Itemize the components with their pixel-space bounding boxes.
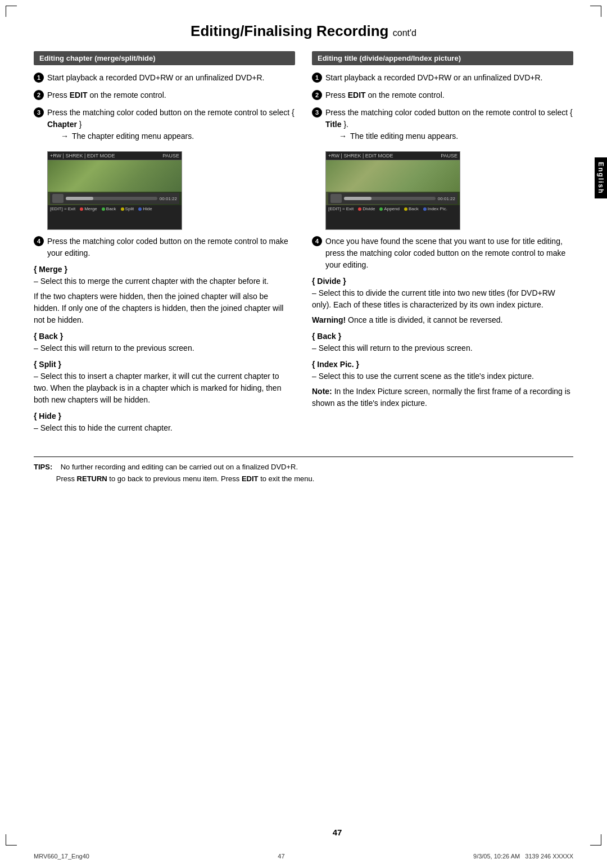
- left-step-3: 3 Press the matching color coded button …: [34, 107, 295, 146]
- left-step-content-1: Start playback a recorded DVD+RW or an u…: [47, 72, 295, 84]
- right-back-title: { Back }: [312, 332, 573, 341]
- left-step-content-3: Press the matching color coded button on…: [47, 107, 295, 146]
- left-back-text: – Select this will return to the previou…: [34, 342, 295, 354]
- split-section: { Split } – Select this to insert a chap…: [34, 360, 295, 406]
- screen-image-2: +RW | SHREK | EDIT MODE PAUSE 00:01:22: [325, 151, 460, 230]
- right-step-content-2: Press EDIT on the remote control.: [325, 89, 573, 101]
- right-step-content-1: Start playback a recorded DVD+RW or an u…: [325, 72, 573, 84]
- index-pic-section: { Index Pic. } – Select this to use the …: [312, 360, 573, 409]
- content-columns: Editing chapter (merge/split/hide) 1 Sta…: [34, 51, 573, 440]
- tips-label: TIPS:: [34, 463, 52, 471]
- right-step-3: 3 Press the matching color coded button …: [312, 107, 573, 146]
- tips-text1: No further recording and editing can be …: [61, 463, 298, 471]
- right-back-text: – Select this will return to the previou…: [312, 342, 573, 354]
- merge-section: { Merge } – Select this to merge the cur…: [34, 265, 295, 326]
- right-step-num-2: 2: [312, 90, 322, 100]
- merge-text1: – Select this to merge the current chapt…: [34, 275, 295, 287]
- screen2-top-bar: +RW | SHREK | EDIT MODE PAUSE: [326, 152, 460, 160]
- hide-section: { Hide } – Select this to hide the curre…: [34, 412, 295, 434]
- screen1-controls: 00:01:22: [50, 193, 179, 204]
- split-title: { Split }: [34, 360, 295, 369]
- main-title: Editing/Finalising Recording cont'd: [34, 22, 573, 40]
- right-column: Editing title (divide/append/Index pictu…: [312, 51, 573, 415]
- screen-image-1: +RW | SHREK | EDIT MODE PAUSE 00:01:22: [47, 151, 182, 230]
- screen2-progress-fill: [344, 197, 372, 200]
- left-step-content-4: Press the matching color coded button on…: [47, 236, 295, 259]
- screen1-ctrl-icon: [52, 194, 64, 203]
- screen1-top-bar: +RW | SHREK | EDIT MODE PAUSE: [48, 152, 182, 160]
- tips-section: TIPS: No further recording and editing c…: [34, 456, 573, 485]
- split-text: – Select this to insert a chapter marker…: [34, 370, 295, 406]
- left-step-content-2: Press EDIT on the remote control.: [47, 89, 295, 101]
- divide-text: – Select this to divide the current titl…: [312, 287, 573, 311]
- tips-text2: Press RETURN to go back to previous menu…: [56, 474, 315, 483]
- screen2-video: 00:01:22: [326, 160, 460, 205]
- right-step-num-4: 4: [312, 236, 322, 246]
- right-step3-arrow: The title editing menu appears.: [339, 130, 573, 142]
- screen1-progress-fill: [66, 197, 93, 200]
- right-step-num-3: 3: [312, 107, 322, 117]
- screen1-bottom-bar: [EDIT] = Exit Merge Back Split Hide: [48, 205, 182, 213]
- screen1-video: 00:01:22: [48, 160, 182, 205]
- merge-text2: If the two chapters were hidden, then th…: [34, 291, 295, 326]
- divide-section: { Divide } – Select this to divide the c…: [312, 277, 573, 326]
- left-step-num-4: 4: [34, 236, 44, 246]
- left-section-header: Editing chapter (merge/split/hide): [34, 51, 295, 65]
- screen1-progress: [66, 197, 157, 200]
- divide-title: { Divide }: [312, 277, 573, 286]
- left-step-num-2: 2: [34, 90, 44, 100]
- footer: MRV660_17_Eng40 47 9/3/05, 10:26 AM 3139…: [34, 853, 573, 860]
- left-column: Editing chapter (merge/split/hide) 1 Sta…: [34, 51, 295, 440]
- footer-left: MRV660_17_Eng40: [34, 853, 89, 860]
- index-pic-title: { Index Pic. }: [312, 360, 573, 369]
- left-step-4: 4 Press the matching color coded button …: [34, 236, 295, 259]
- hide-text: – Select this to hide the current chapte…: [34, 422, 295, 434]
- footer-center: 47: [278, 853, 284, 860]
- right-step-content-3: Press the matching color coded button on…: [325, 107, 573, 146]
- left-step-num-1: 1: [34, 73, 44, 83]
- hide-title: { Hide }: [34, 412, 295, 421]
- screen2-bottom-bar: [EDIT] = Exit Divide Append Back Index P…: [326, 205, 460, 213]
- note-text: Note: In the Index Picture screen, norma…: [312, 386, 573, 409]
- left-step-2: 2 Press EDIT on the remote control.: [34, 89, 295, 101]
- screen2-progress: [344, 197, 436, 200]
- left-step-1: 1 Start playback a recorded DVD+RW or an…: [34, 72, 295, 84]
- index-pic-text: – Select this to use the current scene a…: [312, 370, 573, 382]
- right-step-4: 4 Once you have found the scene that you…: [312, 236, 573, 271]
- page-number: 47: [34, 828, 607, 837]
- left-step-num-3: 3: [34, 107, 44, 117]
- left-back-title: { Back }: [34, 332, 295, 341]
- divide-warning: Warning! Once a title is divided, it can…: [312, 314, 573, 326]
- screen2-ctrl-icon: [330, 194, 342, 203]
- left-back-section: { Back } – Select this will return to th…: [34, 332, 295, 354]
- footer-right: 9/3/05, 10:26 AM 3139 246 XXXXX: [473, 853, 573, 860]
- right-back-section: { Back } – Select this will return to th…: [312, 332, 573, 354]
- right-step-num-1: 1: [312, 73, 322, 83]
- right-step-2: 2 Press EDIT on the remote control.: [312, 89, 573, 101]
- left-step3-arrow: The chapter editing menu appears.: [61, 130, 295, 142]
- right-step-content-4: Once you have found the scene that you w…: [325, 236, 573, 271]
- right-step-1: 1 Start playback a recorded DVD+RW or an…: [312, 72, 573, 84]
- screen2-controls: 00:01:22: [328, 193, 457, 204]
- merge-title: { Merge }: [34, 265, 295, 274]
- right-section-header: Editing title (divide/append/Index pictu…: [312, 51, 573, 65]
